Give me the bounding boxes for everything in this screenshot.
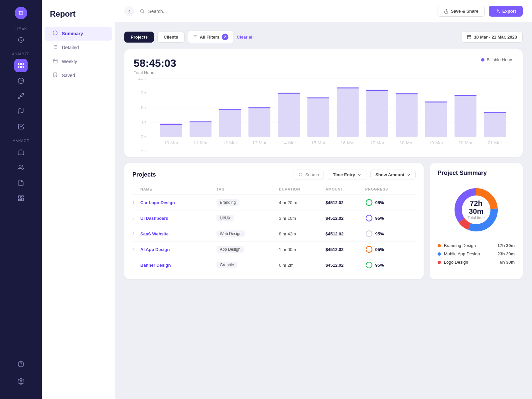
- col-progress: PROGRESS: [365, 185, 416, 195]
- svg-text:21 Mar: 21 Mar: [488, 141, 502, 145]
- progress-cell: 95%: [365, 214, 416, 222]
- detailed-icon: [53, 44, 58, 51]
- project-amount: $4512.02: [326, 195, 365, 210]
- project-name[interactable]: UI Dashboard: [140, 216, 169, 221]
- show-amount-chevron: [407, 173, 411, 177]
- svg-rect-75: [396, 93, 418, 137]
- saved-icon: [53, 72, 58, 79]
- svg-rect-54: [190, 121, 211, 137]
- billable-label: Billable Hours: [487, 57, 513, 62]
- nav-help-icon[interactable]: [14, 357, 28, 371]
- show-amount-dropdown[interactable]: Show Amount: [370, 170, 416, 180]
- nav-users-icon[interactable]: [14, 161, 28, 174]
- project-duration: 6 hr 2m: [279, 257, 326, 273]
- svg-point-3: [21, 13, 23, 15]
- project-name[interactable]: AI App Design: [140, 247, 170, 252]
- bar-chart-svg: 10h 8h 6h 4h 2h 0h 10 Mar11 Mar12 Mar13 …: [134, 78, 513, 152]
- nav-grid-icon[interactable]: [14, 192, 28, 205]
- progress-value: 95%: [375, 231, 384, 236]
- nav-doc-icon[interactable]: [14, 176, 28, 190]
- project-amount: $4512.02: [326, 257, 365, 273]
- progress-ring: [365, 246, 373, 253]
- svg-text:11 Mar: 11 Mar: [193, 141, 208, 145]
- sidebar-weekly-label: Weekly: [62, 59, 77, 64]
- clear-all-link[interactable]: Clear all: [237, 35, 254, 40]
- time-entry-chevron: [357, 173, 361, 177]
- nav-check-icon[interactable]: [14, 120, 28, 133]
- progress-value: 95%: [375, 247, 384, 252]
- svg-rect-6: [22, 63, 24, 65]
- svg-point-11: [19, 165, 21, 168]
- topbar: Save & Share Export: [115, 0, 532, 23]
- time-entry-dropdown[interactable]: Time Entry: [328, 170, 366, 180]
- nav-timer-icon[interactable]: [14, 33, 28, 47]
- project-tag: UI/UX: [216, 215, 234, 221]
- summary-title: Project Summary: [438, 170, 515, 177]
- bar-chart: 10h 8h 6h 4h 2h 0h 10 Mar11 Mar12 Mar13 …: [134, 78, 513, 152]
- row-num: 1: [132, 195, 140, 210]
- table-row: 1 Car Logo Design Branding 4 hr 20 m $45…: [132, 195, 416, 210]
- svg-text:8h: 8h: [141, 90, 146, 95]
- manage-section-label: MANAGE: [13, 139, 30, 143]
- sidebar-item-summary[interactable]: Summary: [45, 27, 112, 41]
- nav-pie-icon[interactable]: [14, 74, 28, 87]
- icon-nav: TIMER ANALYZE MANAGE: [0, 0, 42, 399]
- total-time: 58:45:03: [134, 57, 176, 69]
- svg-rect-63: [278, 92, 300, 137]
- row-num: 5: [132, 257, 140, 273]
- projects-filter-button[interactable]: Projects: [124, 32, 154, 43]
- svg-line-30: [143, 12, 144, 13]
- project-name[interactable]: Car Logo Design: [140, 200, 175, 205]
- progress-value: 95%: [375, 263, 384, 268]
- sidebar-item-detailed[interactable]: Detailed: [45, 41, 112, 55]
- svg-text:10 Mar: 10 Mar: [164, 141, 179, 145]
- project-tag: App Design: [216, 246, 244, 253]
- share-icon: [444, 9, 449, 14]
- legend-color-dot: [438, 252, 441, 256]
- nav-rocket-icon[interactable]: [14, 89, 28, 103]
- progress-ring: [365, 214, 373, 222]
- projects-search-button[interactable]: Search: [294, 170, 324, 180]
- collapse-button[interactable]: [124, 6, 134, 16]
- app-logo: [15, 7, 27, 19]
- svg-text:6h: 6h: [141, 105, 146, 110]
- sidebar-item-weekly[interactable]: Weekly: [45, 55, 112, 68]
- legend-color-dot: [438, 244, 441, 247]
- nav-briefcase-icon[interactable]: [14, 146, 28, 159]
- legend-color-dot: [438, 261, 441, 264]
- project-tag: Web Design: [216, 230, 245, 237]
- legend-hours: 17h 30m: [497, 243, 515, 248]
- filter-bar: Projects Clients All Filters 2 Clear all…: [124, 31, 523, 43]
- svg-rect-84: [484, 112, 506, 137]
- legend-hours: 6h 30m: [500, 260, 515, 265]
- topbar-actions: Save & Share Export: [438, 6, 523, 17]
- project-name[interactable]: SaaS Website: [140, 231, 169, 236]
- project-duration: 8 hr 42m: [279, 226, 326, 242]
- table-row: 3 SaaS Website Web Design 8 hr 42m $4512…: [132, 226, 416, 242]
- row-num: 3: [132, 226, 140, 242]
- projects-table: NAME TAG DURATION AMOUNT PROGRESS 1 Car …: [132, 185, 416, 273]
- svg-point-98: [366, 262, 372, 268]
- date-range-picker[interactable]: 10 Mar - 21 Mar, 2023: [461, 32, 523, 43]
- bottom-section: Projects Search Time Entry: [124, 163, 523, 279]
- svg-rect-10: [18, 151, 24, 155]
- svg-point-18: [20, 381, 22, 382]
- nav-flag-icon[interactable]: [14, 105, 28, 118]
- export-button[interactable]: Export: [489, 6, 523, 17]
- sidebar-detailed-label: Detailed: [62, 45, 79, 50]
- sidebar-item-saved[interactable]: Saved: [45, 68, 112, 82]
- save-share-button[interactable]: Save & Share: [438, 6, 485, 17]
- svg-rect-13: [22, 196, 24, 197]
- col-name: NAME: [140, 185, 216, 195]
- nav-analyze-icon[interactable]: [14, 59, 28, 72]
- clients-filter-button[interactable]: Clients: [157, 32, 184, 43]
- legend-list: Branding Design 17h 30m Mobile App Desig…: [438, 243, 515, 265]
- svg-rect-36: [467, 35, 471, 39]
- col-tag: TAG: [216, 185, 279, 195]
- search-input[interactable]: [148, 9, 432, 14]
- project-name[interactable]: Banner Design: [140, 263, 171, 268]
- nav-settings-icon[interactable]: [14, 375, 28, 388]
- total-label: Total Hours: [134, 70, 176, 75]
- svg-rect-15: [19, 199, 21, 200]
- all-filters-button[interactable]: All Filters 2: [188, 31, 233, 43]
